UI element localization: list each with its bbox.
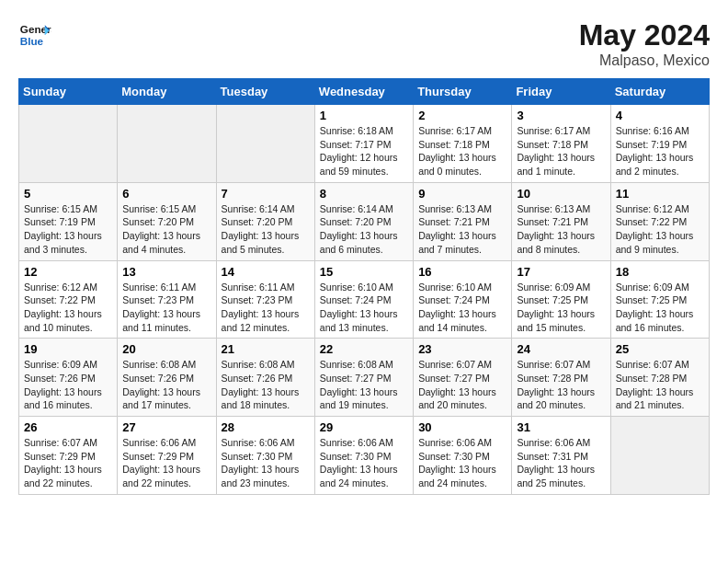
calendar-cell: 6Sunrise: 6:15 AMSunset: 7:20 PMDaylight…: [118, 182, 216, 260]
daylight-minutes: and 19 minutes.: [320, 398, 408, 412]
daylight-hours: Daylight: 13 hours: [222, 229, 310, 243]
sunset-text: Sunset: 7:18 PM: [418, 138, 506, 152]
daylight-hours: Daylight: 13 hours: [418, 385, 506, 399]
daylight-hours: Daylight: 13 hours: [24, 229, 112, 243]
sunrise-text: Sunrise: 6:13 AM: [517, 202, 605, 216]
calendar-cell: 29Sunrise: 6:06 AMSunset: 7:30 PMDayligh…: [314, 417, 413, 495]
daylight-minutes: and 1 minute.: [517, 165, 605, 178]
day-number: 11: [616, 187, 704, 201]
sunrise-text: Sunrise: 6:13 AM: [418, 202, 506, 216]
day-info: Sunrise: 6:07 AMSunset: 7:29 PMDaylight:…: [24, 436, 112, 490]
logo: General Blue: [18, 18, 51, 52]
page-title: May 2024: [579, 18, 710, 52]
daylight-hours: Daylight: 13 hours: [320, 229, 408, 243]
sunset-text: Sunset: 7:17 PM: [320, 138, 408, 152]
daylight-minutes: and 4 minutes.: [122, 243, 210, 257]
day-number: 10: [517, 187, 605, 201]
sunrise-text: Sunrise: 6:14 AM: [222, 202, 310, 216]
day-number: 5: [24, 187, 112, 201]
day-info: Sunrise: 6:08 AMSunset: 7:26 PMDaylight:…: [122, 358, 210, 412]
calendar-cell: 2Sunrise: 6:17 AMSunset: 7:18 PMDaylight…: [414, 105, 512, 183]
day-number: 28: [222, 420, 310, 434]
sunset-text: Sunset: 7:28 PM: [616, 372, 704, 385]
daylight-hours: Daylight: 13 hours: [418, 307, 506, 321]
calendar-cell: 8Sunrise: 6:14 AMSunset: 7:20 PMDaylight…: [314, 182, 413, 260]
day-number: 30: [418, 420, 506, 434]
calendar-cell: 31Sunrise: 6:06 AMSunset: 7:31 PMDayligh…: [512, 417, 610, 495]
daylight-hours: Daylight: 13 hours: [222, 463, 310, 477]
daylight-hours: Daylight: 13 hours: [24, 463, 112, 477]
sunrise-text: Sunrise: 6:12 AM: [24, 281, 112, 294]
daylight-minutes: and 12 minutes.: [222, 321, 310, 335]
svg-text:Blue: Blue: [20, 35, 44, 47]
day-number: 3: [517, 109, 605, 122]
day-info: Sunrise: 6:13 AMSunset: 7:21 PMDaylight:…: [418, 202, 506, 257]
sunrise-text: Sunrise: 6:12 AM: [616, 202, 704, 216]
sunrise-text: Sunrise: 6:07 AM: [616, 358, 704, 372]
daylight-minutes: and 24 minutes.: [320, 477, 408, 490]
daylight-hours: Daylight: 13 hours: [418, 229, 506, 243]
calendar-cell: 12Sunrise: 6:12 AMSunset: 7:22 PMDayligh…: [19, 260, 118, 339]
day-info: Sunrise: 6:10 AMSunset: 7:24 PMDaylight:…: [320, 281, 408, 335]
day-number: 18: [616, 265, 704, 279]
daylight-minutes: and 3 minutes.: [24, 243, 112, 257]
day-info: Sunrise: 6:09 AMSunset: 7:25 PMDaylight:…: [517, 281, 605, 335]
calendar-body: 1Sunrise: 6:18 AMSunset: 7:17 PMDaylight…: [19, 105, 710, 495]
day-info: Sunrise: 6:08 AMSunset: 7:26 PMDaylight:…: [222, 358, 310, 412]
header-row: Sunday Monday Tuesday Wednesday Thursday…: [19, 79, 710, 105]
daylight-minutes: and 22 minutes.: [122, 477, 210, 490]
daylight-hours: Daylight: 13 hours: [418, 463, 506, 477]
day-number: 16: [418, 265, 506, 279]
calendar-cell: 14Sunrise: 6:11 AMSunset: 7:23 PMDayligh…: [216, 260, 314, 339]
daylight-hours: Daylight: 12 hours: [320, 151, 408, 165]
daylight-hours: Daylight: 13 hours: [122, 307, 210, 321]
day-info: Sunrise: 6:17 AMSunset: 7:18 PMDaylight:…: [517, 124, 605, 178]
day-info: Sunrise: 6:06 AMSunset: 7:29 PMDaylight:…: [122, 436, 210, 490]
day-number: 17: [517, 265, 605, 279]
daylight-hours: Daylight: 13 hours: [616, 307, 704, 321]
calendar-cell: 15Sunrise: 6:10 AMSunset: 7:24 PMDayligh…: [314, 260, 413, 339]
day-number: 15: [320, 265, 408, 279]
day-number: 29: [320, 420, 408, 434]
daylight-minutes: and 21 minutes.: [616, 398, 704, 412]
day-info: Sunrise: 6:07 AMSunset: 7:28 PMDaylight:…: [517, 358, 605, 412]
sunrise-text: Sunrise: 6:07 AM: [418, 358, 506, 372]
calendar-cell: 25Sunrise: 6:07 AMSunset: 7:28 PMDayligh…: [610, 339, 709, 417]
calendar-cell: 26Sunrise: 6:07 AMSunset: 7:29 PMDayligh…: [19, 417, 118, 495]
daylight-minutes: and 59 minutes.: [320, 165, 408, 178]
day-info: Sunrise: 6:06 AMSunset: 7:30 PMDaylight:…: [320, 436, 408, 490]
sunset-text: Sunset: 7:26 PM: [122, 372, 210, 385]
sunrise-text: Sunrise: 6:09 AM: [517, 281, 605, 294]
daylight-minutes: and 5 minutes.: [222, 243, 310, 257]
daylight-hours: Daylight: 13 hours: [616, 385, 704, 399]
day-info: Sunrise: 6:18 AMSunset: 7:17 PMDaylight:…: [320, 124, 408, 178]
calendar-cell: 28Sunrise: 6:06 AMSunset: 7:30 PMDayligh…: [216, 417, 314, 495]
calendar-header: Sunday Monday Tuesday Wednesday Thursday…: [19, 79, 710, 105]
header-monday: Monday: [118, 79, 216, 105]
daylight-minutes: and 0 minutes.: [418, 165, 506, 178]
sunset-text: Sunset: 7:20 PM: [320, 215, 408, 229]
daylight-hours: Daylight: 13 hours: [320, 385, 408, 399]
day-number: 2: [418, 109, 506, 122]
sunrise-text: Sunrise: 6:06 AM: [122, 436, 210, 450]
day-info: Sunrise: 6:13 AMSunset: 7:21 PMDaylight:…: [517, 202, 605, 257]
sunrise-text: Sunrise: 6:11 AM: [122, 281, 210, 294]
sunset-text: Sunset: 7:26 PM: [222, 372, 310, 385]
sunrise-text: Sunrise: 6:15 AM: [122, 202, 210, 216]
daylight-hours: Daylight: 13 hours: [517, 385, 605, 399]
sunset-text: Sunset: 7:30 PM: [222, 450, 310, 464]
sunset-text: Sunset: 7:30 PM: [418, 450, 506, 464]
daylight-hours: Daylight: 13 hours: [616, 151, 704, 165]
daylight-minutes: and 7 minutes.: [418, 243, 506, 257]
sunset-text: Sunset: 7:20 PM: [122, 215, 210, 229]
daylight-minutes: and 14 minutes.: [418, 321, 506, 335]
calendar-table: Sunday Monday Tuesday Wednesday Thursday…: [18, 78, 710, 495]
daylight-hours: Daylight: 13 hours: [517, 229, 605, 243]
day-info: Sunrise: 6:12 AMSunset: 7:22 PMDaylight:…: [616, 202, 704, 257]
sunrise-text: Sunrise: 6:14 AM: [320, 202, 408, 216]
daylight-minutes: and 16 minutes.: [616, 321, 704, 335]
daylight-hours: Daylight: 13 hours: [122, 229, 210, 243]
sunset-text: Sunset: 7:21 PM: [418, 215, 506, 229]
sunrise-text: Sunrise: 6:06 AM: [222, 436, 310, 450]
calendar-cell: 1Sunrise: 6:18 AMSunset: 7:17 PMDaylight…: [314, 105, 413, 183]
